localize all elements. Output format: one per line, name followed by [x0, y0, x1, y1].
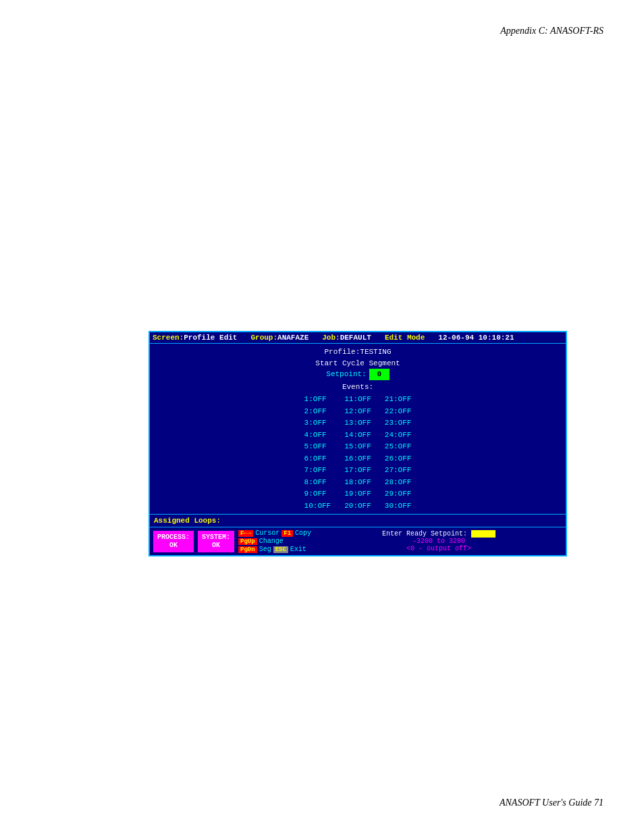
system-status-button: SYSTEM: OK	[198, 531, 234, 552]
process-status-button: PROCESS: OK	[153, 531, 194, 552]
mode-label: Edit Mode	[385, 334, 425, 342]
title-bar: Screen:Profile Edit Group:ANAFAZE Job:DE…	[150, 332, 566, 344]
ready-setpoint-section: Enter Ready Setpoint: -3200 to 3200 <0 -…	[315, 530, 562, 552]
process-ok: OK	[157, 542, 190, 550]
event-12-2: 12:OFF	[344, 406, 371, 417]
profile-name: TESTING	[360, 348, 391, 356]
event-26-3: 26:OFF	[385, 453, 412, 465]
pgup-key-badge: PgUp	[238, 538, 257, 545]
ready-setpoint-range: -3200 to 3200	[315, 538, 562, 545]
event-4-1: 4:OFF	[304, 429, 331, 441]
cycle-line: Start Cycle Segment	[155, 358, 560, 369]
event-21-3: 21:OFF	[385, 394, 412, 405]
datetime-value: 12-06-94 10:10:21	[438, 334, 514, 342]
change-key-label: Change	[259, 538, 284, 545]
group-value: ANAFAZE	[277, 334, 308, 342]
events-label: Events:	[342, 383, 373, 391]
events-section: Events:	[155, 382, 560, 393]
event-27-3: 27:OFF	[385, 465, 412, 476]
assigned-loops: Assigned Loops:	[150, 514, 566, 527]
event-17-2: 17:OFF	[344, 465, 371, 476]
event-3-1: 3:OFF	[304, 417, 331, 429]
screen-label: Screen:	[153, 334, 184, 342]
event-5-1: 5:OFF	[304, 441, 331, 452]
event-20-2: 20:OFF	[344, 500, 371, 512]
ready-setpoint-note: <0 - output off>	[315, 545, 562, 552]
event-24-3: 24:OFF	[385, 429, 412, 441]
page-footer: ANASOFT User's Guide 71	[500, 798, 603, 808]
event-9-1: 9:OFF	[304, 488, 331, 500]
event-14-2: 14:OFF	[344, 429, 371, 441]
event-8-1: 8:OFF	[304, 477, 331, 488]
profile-label: Profile:	[324, 348, 360, 356]
setpoint-value: 0	[369, 369, 390, 380]
cursor-key-label: Cursor	[255, 529, 279, 537]
events-grid: 1:OFF 2:OFF 3:OFF 4:OFF 5:OFF 6:OFF 7:OF…	[155, 394, 560, 511]
system-ok: OK	[202, 542, 230, 550]
event-13-2: 13:OFF	[344, 417, 371, 429]
setpoint-label: Setpoint:	[326, 369, 366, 380]
event-2-1: 2:OFF	[304, 406, 331, 417]
event-18-2: 18:OFF	[344, 477, 371, 488]
terminal-window: Screen:Profile Edit Group:ANAFAZE Job:DE…	[149, 331, 567, 556]
event-15-2: 15:OFF	[344, 441, 371, 452]
event-11-2: 11:OFF	[344, 394, 371, 405]
event-19-2: 19:OFF	[344, 488, 371, 500]
event-6-1: 6:OFF	[304, 453, 331, 465]
ready-setpoint-value-box	[471, 530, 495, 538]
page-header: Appendix C: ANASOFT-RS	[500, 26, 603, 36]
profile-line: Profile:TESTING	[155, 346, 560, 358]
bottom-bar: PROCESS: OK SYSTEM: OK F←→ Cursor F1 Cop…	[150, 527, 566, 555]
seg-key-label: Seg	[259, 546, 271, 553]
events-col-3: 21:OFF 22:OFF 23:OFF 24:OFF 25:OFF 26:OF…	[385, 394, 412, 511]
ready-setpoint-label: Enter Ready Setpoint:	[382, 530, 467, 538]
event-7-1: 7:OFF	[304, 465, 331, 476]
event-10-1: 10:OFF	[304, 500, 331, 512]
group-label: Group:	[250, 334, 277, 342]
exit-key-label: Exit	[290, 546, 306, 553]
setpoint-line: Setpoint: 0	[155, 369, 560, 380]
event-1-1: 1:OFF	[304, 394, 331, 405]
event-16-2: 16:OFF	[344, 453, 371, 465]
screen-value: Profile Edit	[184, 334, 237, 342]
event-23-3: 23:OFF	[385, 417, 412, 429]
event-22-3: 22:OFF	[385, 406, 412, 417]
copy-key-badge: F1	[281, 530, 293, 537]
pgdn-key-badge: PgDn	[238, 546, 257, 553]
event-25-3: 25:OFF	[385, 441, 412, 452]
esc-key-badge: ESC	[273, 546, 288, 553]
job-label: Job:	[322, 334, 340, 342]
job-value: DEFAULT	[340, 334, 371, 342]
event-30-3: 30:OFF	[385, 500, 412, 512]
events-col-1: 1:OFF 2:OFF 3:OFF 4:OFF 5:OFF 6:OFF 7:OF…	[304, 394, 331, 511]
copy-key-label: Copy	[295, 529, 311, 537]
cursor-key-badge: F←→	[238, 530, 253, 537]
main-content: Profile:TESTING Start Cycle Segment Setp…	[150, 344, 566, 514]
event-29-3: 29:OFF	[385, 488, 412, 500]
pgdn-row: PgDn Seg ESC Exit	[238, 546, 311, 553]
cursor-row: F←→ Cursor F1 Copy	[238, 529, 311, 537]
key-commands: F←→ Cursor F1 Copy PgUp Change PgDn Seg …	[238, 529, 311, 553]
event-28-3: 28:OFF	[385, 477, 412, 488]
pgup-row: PgUp Change	[238, 538, 311, 545]
events-col-2: 11:OFF 12:OFF 13:OFF 14:OFF 15:OFF 16:OF…	[344, 394, 371, 511]
system-label: SYSTEM:	[202, 533, 230, 542]
process-label: PROCESS:	[157, 533, 190, 542]
